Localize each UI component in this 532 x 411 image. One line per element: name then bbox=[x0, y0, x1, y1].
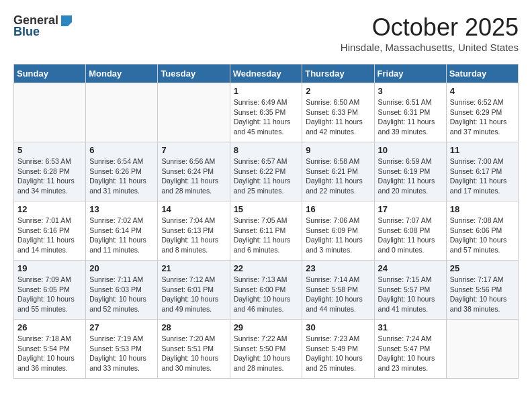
day-number: 6 bbox=[89, 145, 154, 155]
title-area: October 2025 Hinsdale, Massachusetts, Un… bbox=[341, 13, 519, 53]
day-number: 18 bbox=[450, 204, 515, 214]
calendar-cell: 23Sunrise: 7:14 AM Sunset: 5:58 PM Dayli… bbox=[302, 261, 374, 320]
calendar-cell: 21Sunrise: 7:12 AM Sunset: 6:01 PM Dayli… bbox=[158, 261, 230, 320]
location: Hinsdale, Massachusetts, United States bbox=[341, 42, 519, 53]
calendar-cell: 27Sunrise: 7:19 AM Sunset: 5:53 PM Dayli… bbox=[86, 320, 158, 379]
day-number: 26 bbox=[17, 322, 82, 332]
calendar-week-row: 12Sunrise: 7:01 AM Sunset: 6:16 PM Dayli… bbox=[14, 201, 519, 261]
day-number: 15 bbox=[234, 204, 299, 214]
day-number: 22 bbox=[234, 263, 299, 273]
calendar-cell: 29Sunrise: 7:22 AM Sunset: 5:50 PM Dayli… bbox=[230, 320, 302, 379]
calendar-cell: 7Sunrise: 6:56 AM Sunset: 6:24 PM Daylig… bbox=[158, 142, 230, 201]
day-number: 1 bbox=[234, 86, 299, 96]
column-header-wednesday: Wednesday bbox=[230, 64, 302, 83]
day-number: 29 bbox=[234, 322, 299, 332]
day-number: 17 bbox=[378, 204, 443, 214]
calendar-cell: 2Sunrise: 6:50 AM Sunset: 6:33 PM Daylig… bbox=[302, 83, 374, 142]
calendar-week-row: 5Sunrise: 6:53 AM Sunset: 6:28 PM Daylig… bbox=[14, 142, 519, 201]
day-number: 7 bbox=[161, 145, 226, 155]
column-header-thursday: Thursday bbox=[302, 64, 374, 83]
column-header-saturday: Saturday bbox=[446, 64, 518, 83]
day-number: 19 bbox=[17, 263, 82, 273]
day-info: Sunrise: 7:01 AM Sunset: 6:16 PM Dayligh… bbox=[17, 216, 82, 255]
logo-icon bbox=[60, 14, 73, 28]
svg-marker-0 bbox=[61, 15, 72, 26]
day-info: Sunrise: 6:54 AM Sunset: 6:26 PM Dayligh… bbox=[89, 156, 154, 196]
day-info: Sunrise: 6:50 AM Sunset: 6:33 PM Dayligh… bbox=[306, 97, 370, 137]
calendar-cell: 25Sunrise: 7:17 AM Sunset: 5:56 PM Dayli… bbox=[446, 261, 518, 320]
day-number: 16 bbox=[306, 204, 370, 214]
calendar-cell: 9Sunrise: 6:58 AM Sunset: 6:21 PM Daylig… bbox=[302, 142, 374, 201]
day-info: Sunrise: 6:56 AM Sunset: 6:24 PM Dayligh… bbox=[161, 156, 226, 196]
calendar-cell: 16Sunrise: 7:06 AM Sunset: 6:09 PM Dayli… bbox=[302, 201, 374, 261]
calendar-cell: 28Sunrise: 7:20 AM Sunset: 5:51 PM Dayli… bbox=[158, 320, 230, 379]
day-info: Sunrise: 7:04 AM Sunset: 6:13 PM Dayligh… bbox=[161, 216, 226, 255]
day-number: 30 bbox=[306, 322, 370, 332]
day-info: Sunrise: 6:58 AM Sunset: 6:21 PM Dayligh… bbox=[306, 156, 370, 196]
day-info: Sunrise: 7:05 AM Sunset: 6:11 PM Dayligh… bbox=[234, 216, 299, 255]
day-info: Sunrise: 7:17 AM Sunset: 5:56 PM Dayligh… bbox=[450, 275, 515, 314]
day-info: Sunrise: 7:02 AM Sunset: 6:14 PM Dayligh… bbox=[89, 216, 154, 255]
day-info: Sunrise: 7:23 AM Sunset: 5:49 PM Dayligh… bbox=[306, 334, 370, 373]
calendar-cell: 14Sunrise: 7:04 AM Sunset: 6:13 PM Dayli… bbox=[158, 201, 230, 261]
calendar-cell: 17Sunrise: 7:07 AM Sunset: 6:08 PM Dayli… bbox=[374, 201, 446, 261]
calendar-table: SundayMondayTuesdayWednesdayThursdayFrid… bbox=[13, 64, 519, 379]
calendar-cell bbox=[158, 83, 230, 142]
day-number: 9 bbox=[306, 145, 370, 155]
calendar-week-row: 1Sunrise: 6:49 AM Sunset: 6:35 PM Daylig… bbox=[14, 83, 519, 142]
day-info: Sunrise: 7:20 AM Sunset: 5:51 PM Dayligh… bbox=[161, 334, 226, 373]
day-info: Sunrise: 6:51 AM Sunset: 6:31 PM Dayligh… bbox=[378, 97, 443, 137]
calendar-cell: 4Sunrise: 6:52 AM Sunset: 6:29 PM Daylig… bbox=[446, 83, 518, 142]
calendar-week-row: 19Sunrise: 7:09 AM Sunset: 6:05 PM Dayli… bbox=[14, 261, 519, 320]
calendar-cell: 12Sunrise: 7:01 AM Sunset: 6:16 PM Dayli… bbox=[14, 201, 86, 261]
logo-blue-text: Blue bbox=[13, 25, 40, 39]
calendar-cell: 1Sunrise: 6:49 AM Sunset: 6:35 PM Daylig… bbox=[230, 83, 302, 142]
day-info: Sunrise: 6:57 AM Sunset: 6:22 PM Dayligh… bbox=[234, 156, 299, 196]
day-number: 14 bbox=[161, 204, 226, 214]
day-number: 8 bbox=[234, 145, 299, 155]
day-info: Sunrise: 7:09 AM Sunset: 6:05 PM Dayligh… bbox=[17, 275, 82, 314]
calendar-cell: 11Sunrise: 7:00 AM Sunset: 6:17 PM Dayli… bbox=[446, 142, 518, 201]
day-info: Sunrise: 7:18 AM Sunset: 5:54 PM Dayligh… bbox=[17, 334, 82, 373]
day-number: 23 bbox=[306, 263, 370, 273]
day-info: Sunrise: 7:13 AM Sunset: 6:00 PM Dayligh… bbox=[234, 275, 299, 314]
column-header-sunday: Sunday bbox=[14, 64, 86, 83]
calendar-cell: 19Sunrise: 7:09 AM Sunset: 6:05 PM Dayli… bbox=[14, 261, 86, 320]
day-info: Sunrise: 7:12 AM Sunset: 6:01 PM Dayligh… bbox=[161, 275, 226, 314]
calendar-cell bbox=[14, 83, 86, 142]
calendar-cell: 15Sunrise: 7:05 AM Sunset: 6:11 PM Dayli… bbox=[230, 201, 302, 261]
day-info: Sunrise: 7:08 AM Sunset: 6:06 PM Dayligh… bbox=[450, 216, 515, 255]
day-number: 3 bbox=[378, 86, 443, 96]
day-number: 28 bbox=[161, 322, 226, 332]
day-info: Sunrise: 7:00 AM Sunset: 6:17 PM Dayligh… bbox=[450, 156, 515, 196]
day-info: Sunrise: 7:22 AM Sunset: 5:50 PM Dayligh… bbox=[234, 334, 299, 373]
calendar-cell: 20Sunrise: 7:11 AM Sunset: 6:03 PM Dayli… bbox=[86, 261, 158, 320]
day-info: Sunrise: 7:15 AM Sunset: 5:57 PM Dayligh… bbox=[378, 275, 443, 314]
calendar-week-row: 26Sunrise: 7:18 AM Sunset: 5:54 PM Dayli… bbox=[14, 320, 519, 379]
column-header-friday: Friday bbox=[374, 64, 446, 83]
calendar-cell: 30Sunrise: 7:23 AM Sunset: 5:49 PM Dayli… bbox=[302, 320, 374, 379]
calendar-cell: 31Sunrise: 7:24 AM Sunset: 5:47 PM Dayli… bbox=[374, 320, 446, 379]
calendar-cell: 5Sunrise: 6:53 AM Sunset: 6:28 PM Daylig… bbox=[14, 142, 86, 201]
day-info: Sunrise: 6:52 AM Sunset: 6:29 PM Dayligh… bbox=[450, 97, 515, 137]
calendar-cell: 8Sunrise: 6:57 AM Sunset: 6:22 PM Daylig… bbox=[230, 142, 302, 201]
column-header-monday: Monday bbox=[86, 64, 158, 83]
calendar-cell: 13Sunrise: 7:02 AM Sunset: 6:14 PM Dayli… bbox=[86, 201, 158, 261]
day-info: Sunrise: 6:53 AM Sunset: 6:28 PM Dayligh… bbox=[17, 156, 82, 196]
day-number: 25 bbox=[450, 263, 515, 273]
day-number: 4 bbox=[450, 86, 515, 96]
day-info: Sunrise: 7:14 AM Sunset: 5:58 PM Dayligh… bbox=[306, 275, 370, 314]
day-number: 27 bbox=[89, 322, 154, 332]
day-info: Sunrise: 7:19 AM Sunset: 5:53 PM Dayligh… bbox=[89, 334, 154, 373]
calendar-cell: 6Sunrise: 6:54 AM Sunset: 6:26 PM Daylig… bbox=[86, 142, 158, 201]
month-title: October 2025 bbox=[341, 13, 519, 42]
calendar-cell: 3Sunrise: 6:51 AM Sunset: 6:31 PM Daylig… bbox=[374, 83, 446, 142]
calendar-cell: 10Sunrise: 6:59 AM Sunset: 6:19 PM Dayli… bbox=[374, 142, 446, 201]
logo: General Blue bbox=[13, 13, 73, 39]
day-number: 12 bbox=[17, 204, 82, 214]
day-number: 21 bbox=[161, 263, 226, 273]
day-number: 11 bbox=[450, 145, 515, 155]
day-number: 10 bbox=[378, 145, 443, 155]
calendar-cell: 22Sunrise: 7:13 AM Sunset: 6:00 PM Dayli… bbox=[230, 261, 302, 320]
day-number: 2 bbox=[306, 86, 370, 96]
